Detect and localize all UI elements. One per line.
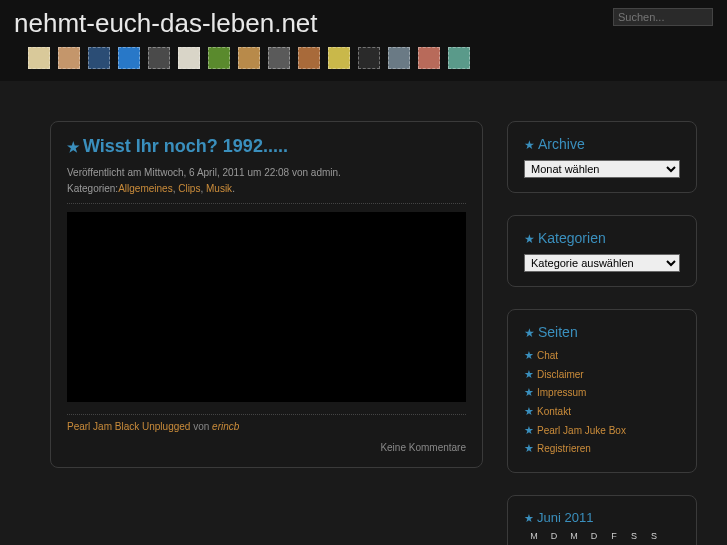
theme-swatch[interactable] xyxy=(118,47,140,69)
page-list-item: ★Registrieren xyxy=(524,439,680,458)
post-categories-label: Kategorien: xyxy=(67,183,118,194)
star-icon: ★ xyxy=(524,232,535,246)
widget-archive: ★Archive Monat wählen xyxy=(507,121,697,193)
post-title-text: Wisst Ihr noch? 1992..... xyxy=(83,136,288,156)
widget-calendar: ★Juni 2011 MDMDFSS xyxy=(507,495,697,545)
page-link[interactable]: Pearl Jam Juke Box xyxy=(537,425,626,436)
page-list-item: ★Kontakt xyxy=(524,402,680,421)
theme-swatch[interactable] xyxy=(328,47,350,69)
star-icon: ★ xyxy=(524,405,534,417)
categories-select[interactable]: Kategorie auswählen xyxy=(524,254,680,272)
calendar-day-header: D xyxy=(584,531,604,541)
page-link[interactable]: Chat xyxy=(537,350,558,361)
post-footer: Pearl Jam Black Unplugged von erincb xyxy=(67,414,466,432)
page-link[interactable]: Impressum xyxy=(537,387,586,398)
pages-list: ★Chat★Disclaimer★Impressum★Kontakt★Pearl… xyxy=(524,346,680,458)
widget-pages-title: ★Seiten xyxy=(524,324,680,340)
calendar-day-header: M xyxy=(564,531,584,541)
post-panel: ★Wisst Ihr noch? 1992..... Veröffentlich… xyxy=(50,121,483,468)
calendar-day-header: D xyxy=(544,531,564,541)
category-link[interactable]: Musik xyxy=(206,183,232,194)
theme-swatch[interactable] xyxy=(268,47,290,69)
sidebar: ★Archive Monat wählen ★Kategorien Katego… xyxy=(507,121,697,545)
page-link[interactable]: Kontakt xyxy=(537,406,571,417)
calendar-day-header: F xyxy=(604,531,624,541)
page-list-item: ★Impressum xyxy=(524,383,680,402)
star-icon: ★ xyxy=(524,326,535,340)
widget-categories: ★Kategorien Kategorie auswählen xyxy=(507,215,697,287)
video-caption-link[interactable]: Pearl Jam Black Unplugged xyxy=(67,421,190,432)
comments-link[interactable]: Keine Kommentare xyxy=(67,442,466,453)
star-icon: ★ xyxy=(67,139,80,155)
category-link[interactable]: Clips xyxy=(178,183,200,194)
category-link[interactable]: Allgemeines xyxy=(118,183,172,194)
star-icon: ★ xyxy=(524,138,535,152)
page-list-item: ★Pearl Jam Juke Box xyxy=(524,421,680,440)
theme-swatch[interactable] xyxy=(448,47,470,69)
page-list-item: ★Chat xyxy=(524,346,680,365)
page-list-item: ★Disclaimer xyxy=(524,365,680,384)
video-caption-by: von xyxy=(193,421,209,432)
theme-swatch[interactable] xyxy=(148,47,170,69)
theme-swatch[interactable] xyxy=(418,47,440,69)
post-published-line: Veröffentlicht am Mittwoch, 6 April, 201… xyxy=(67,167,341,178)
calendar-day-header: M xyxy=(524,531,544,541)
theme-swatch[interactable] xyxy=(358,47,380,69)
widget-categories-title-text: Kategorien xyxy=(538,230,606,246)
page-link[interactable]: Disclaimer xyxy=(537,369,584,380)
star-icon: ★ xyxy=(524,368,534,380)
widget-pages-title-text: Seiten xyxy=(538,324,578,340)
theme-swatch[interactable] xyxy=(88,47,110,69)
theme-swatch[interactable] xyxy=(208,47,230,69)
archive-select[interactable]: Monat wählen xyxy=(524,160,680,178)
theme-swatch[interactable] xyxy=(298,47,320,69)
page-link[interactable]: Registrieren xyxy=(537,443,591,454)
search-form xyxy=(613,8,713,26)
star-icon: ★ xyxy=(524,512,534,524)
widget-archive-title-text: Archive xyxy=(538,136,585,152)
video-embed[interactable] xyxy=(67,212,466,402)
header: nehmt-euch-das-leben.net xyxy=(0,0,727,81)
star-icon: ★ xyxy=(524,442,534,454)
widget-pages: ★Seiten ★Chat★Disclaimer★Impressum★Konta… xyxy=(507,309,697,473)
video-author-link[interactable]: erincb xyxy=(212,421,239,432)
calendar-day-header: S xyxy=(624,531,644,541)
calendar-day-header: S xyxy=(644,531,664,541)
theme-swatch[interactable] xyxy=(388,47,410,69)
widget-archive-title: ★Archive xyxy=(524,136,680,152)
widget-categories-title: ★Kategorien xyxy=(524,230,680,246)
post-title[interactable]: ★Wisst Ihr noch? 1992..... xyxy=(67,136,466,157)
star-icon: ★ xyxy=(524,349,534,361)
calendar-day-headers: MDMDFSS xyxy=(524,531,680,541)
site-title[interactable]: nehmt-euch-das-leben.net xyxy=(14,8,713,39)
theme-swatch[interactable] xyxy=(238,47,260,69)
calendar-title-text: Juni 2011 xyxy=(537,510,593,525)
page-body: ★Wisst Ihr noch? 1992..... Veröffentlich… xyxy=(0,81,727,545)
star-icon: ★ xyxy=(524,386,534,398)
post-meta: Veröffentlicht am Mittwoch, 6 April, 201… xyxy=(67,165,466,204)
theme-swatch[interactable] xyxy=(58,47,80,69)
theme-swatch-row xyxy=(14,39,713,79)
theme-swatch[interactable] xyxy=(178,47,200,69)
star-icon: ★ xyxy=(524,424,534,436)
theme-swatch[interactable] xyxy=(28,47,50,69)
search-input[interactable] xyxy=(613,8,713,26)
main-column: ★Wisst Ihr noch? 1992..... Veröffentlich… xyxy=(50,121,483,545)
calendar-title: ★Juni 2011 xyxy=(524,510,680,525)
